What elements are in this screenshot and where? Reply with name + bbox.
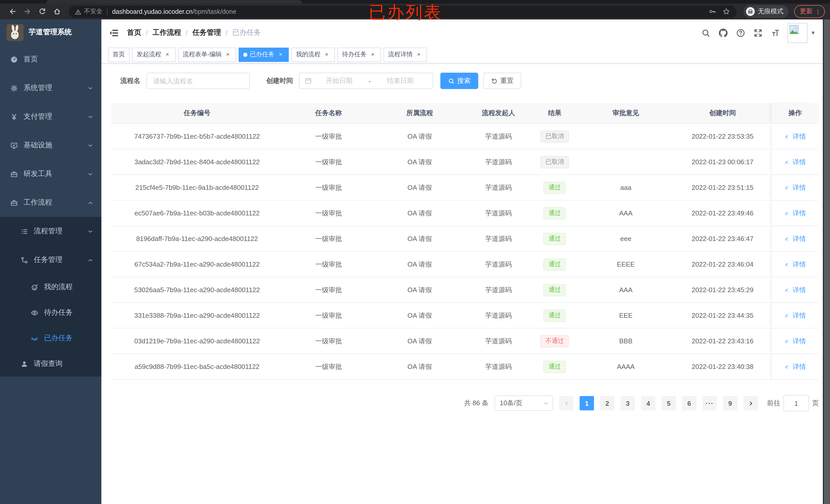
detail-link[interactable]: 详情 [785, 362, 806, 371]
page-button-1[interactable]: 1 [580, 396, 594, 410]
prev-page-button[interactable] [559, 396, 573, 410]
annotation-text: 已办列表 [369, 1, 442, 24]
sidebar-item-my-process[interactable]: 我的流程 [0, 274, 101, 300]
search-icon[interactable] [701, 28, 711, 37]
detail-link-label: 详情 [793, 132, 806, 141]
detail-link[interactable]: 详情 [785, 311, 806, 320]
page-button-4[interactable]: 4 [641, 396, 656, 410]
page-button-6[interactable]: 6 [682, 396, 696, 410]
browser-reload-icon[interactable] [38, 7, 46, 16]
page-button-3[interactable]: 3 [620, 396, 635, 410]
cell-process: OA 请假 [374, 303, 465, 328]
tab-close-icon[interactable]: × [277, 51, 284, 58]
security-label[interactable]: 不安全 [84, 7, 102, 16]
fullscreen-icon[interactable] [754, 28, 763, 37]
pencil-icon [785, 210, 791, 216]
cell-result: 通过 [532, 354, 578, 379]
tab-close-icon[interactable]: × [369, 51, 376, 58]
browser-forward-icon[interactable] [23, 7, 32, 16]
page-scrollbar[interactable] [823, 20, 830, 504]
detail-link[interactable]: 详情 [785, 183, 806, 192]
detail-link-label: 详情 [793, 208, 806, 218]
tab-done-tasks[interactable]: 已办任务× [238, 47, 289, 62]
tab-form-edit[interactable]: 流程表单-编辑× [178, 47, 236, 62]
sidebar-item-todo-tasks[interactable]: 待办任务 [0, 300, 101, 326]
browser-menu-icon[interactable] [815, 8, 821, 15]
process-name-input[interactable] [147, 73, 250, 89]
sidebar-item-done-tasks[interactable]: 已办任务 [0, 326, 101, 351]
tags-view: 首页发起流程×流程表单-编辑×已办任务×我的流程×待办任务×流程详情× [101, 46, 830, 63]
font-size-icon[interactable] [771, 28, 780, 37]
next-page-button[interactable] [743, 396, 758, 410]
page-size-select[interactable]: 10条/页 [494, 396, 553, 411]
cell-result: 通过 [532, 201, 578, 226]
sidebar-item-infrastructure[interactable]: 基础设施 [0, 131, 101, 160]
page-button-9[interactable]: 9 [723, 396, 737, 410]
scrollbar-thumb[interactable] [824, 20, 830, 504]
bookmark-star-icon[interactable] [723, 8, 730, 15]
tab-close-icon[interactable]: × [224, 51, 231, 58]
detail-link[interactable]: 详情 [785, 336, 806, 346]
sidebar-item-devtools[interactable]: 研发工具 [0, 160, 101, 188]
cell-created: 2022-01-22 23:43:16 [674, 329, 771, 354]
reset-button[interactable]: 重置 [483, 73, 521, 89]
url-text[interactable]: dashboard.yudao.iocoder.cn/bpm/task/done [112, 8, 236, 15]
cell-actions: 详情 [771, 303, 819, 328]
breadcrumb-item-workflow[interactable]: 工作流程 [153, 28, 181, 37]
detail-link[interactable]: 详情 [785, 208, 806, 218]
search-button[interactable]: 搜索 [440, 73, 478, 89]
sidebar-item-payment[interactable]: 支付管理 [0, 102, 101, 131]
tab-close-icon[interactable]: × [323, 51, 330, 58]
detail-link[interactable]: 详情 [785, 234, 806, 243]
goto-page-input[interactable] [784, 395, 809, 411]
detail-link[interactable]: 详情 [785, 285, 806, 295]
table-row: 74736737-7b9b-11ec-b5b7-acde48001122一级审批… [111, 124, 819, 149]
tab-process-detail[interactable]: 流程详情× [384, 47, 427, 62]
sidebar-item-home[interactable]: 首页 [0, 45, 101, 74]
cell-process: OA 请假 [374, 354, 465, 379]
tab-close-icon[interactable]: × [415, 51, 422, 58]
dashboard-icon [10, 56, 18, 63]
tab-home[interactable]: 首页 [108, 47, 130, 62]
col-task-name: 任务名称 [283, 103, 374, 123]
avatar-caret-icon[interactable]: ▾ [811, 29, 815, 36]
browser-back-icon[interactable] [8, 7, 17, 16]
security-warning-icon[interactable] [75, 8, 82, 15]
password-key-icon[interactable] [709, 8, 716, 15]
pencil-icon [785, 133, 791, 139]
sidebar-collapse-icon[interactable] [109, 28, 119, 38]
date-range-picker[interactable]: 开始日期 - 结束日期 [299, 73, 433, 89]
page-button-2[interactable]: 2 [600, 396, 614, 410]
breadcrumb-item-home[interactable]: 首页 [127, 28, 141, 37]
sidebar-item-process-mgmt[interactable]: 流程管理 [0, 217, 101, 246]
tab-todo-tasks[interactable]: 待办任务× [338, 47, 381, 62]
avatar[interactable] [788, 23, 807, 43]
sidebar-item-system[interactable]: 系统管理 [0, 74, 101, 102]
browser-update-button[interactable]: 更新 [794, 5, 825, 18]
logo[interactable]: 芋道管理系统 [0, 20, 101, 45]
detail-link[interactable]: 详情 [785, 132, 806, 141]
cell-created: 2022-01-22 23:45:29 [674, 277, 771, 302]
detail-link[interactable]: 详情 [785, 260, 806, 269]
page-button-5[interactable]: 5 [662, 396, 676, 410]
sidebar-item-task-mgmt[interactable]: 任务管理 [0, 246, 101, 274]
sidebar-item-leave-query[interactable]: 请假查询 [0, 351, 101, 377]
tab-start-process[interactable]: 发起流程× [132, 47, 175, 62]
chevron-down-icon [88, 85, 93, 91]
help-icon[interactable] [736, 28, 745, 37]
result-tag: 通过 [544, 361, 566, 373]
pager-more-button[interactable]: ··· [703, 396, 717, 410]
browser-home-icon[interactable] [53, 7, 61, 16]
cell-starter: 芋道源码 [465, 124, 532, 149]
breadcrumb-item-task-mgmt[interactable]: 任务管理 [193, 28, 221, 37]
github-icon[interactable] [719, 28, 728, 37]
detail-link[interactable]: 详情 [785, 157, 806, 167]
table-row: ec507ae6-7b9a-11ec-b03b-acde48001122一级审批… [111, 201, 819, 226]
tab-label: 待办任务 [342, 50, 366, 59]
browser-active-tab[interactable] [46, 0, 302, 4]
result-tag: 通过 [544, 207, 566, 219]
tab-close-icon[interactable]: × [164, 51, 171, 58]
cell-starter: 芋道源码 [465, 252, 532, 277]
tab-my-process[interactable]: 我的流程× [291, 47, 335, 62]
sidebar-item-workflow[interactable]: 工作流程 [0, 188, 101, 217]
